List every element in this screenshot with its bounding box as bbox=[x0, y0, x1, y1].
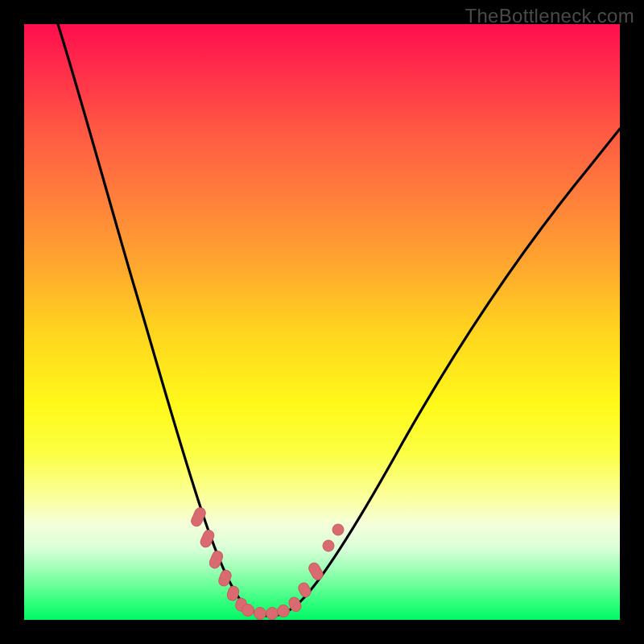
chart-overlay bbox=[24, 24, 620, 620]
highlight-marker bbox=[323, 540, 334, 551]
watermark-text: TheBottleneck.com bbox=[464, 5, 634, 27]
highlight-marker bbox=[278, 605, 290, 617]
highlight-marker-group bbox=[190, 506, 344, 620]
highlight-marker bbox=[254, 608, 266, 620]
highlight-marker bbox=[190, 506, 208, 528]
highlight-marker bbox=[266, 608, 279, 620]
highlight-marker bbox=[332, 524, 344, 535]
chart-frame: TheBottleneck.com bbox=[0, 0, 644, 644]
highlight-marker bbox=[242, 605, 254, 617]
highlight-marker bbox=[307, 561, 324, 582]
highlight-marker bbox=[296, 581, 312, 599]
